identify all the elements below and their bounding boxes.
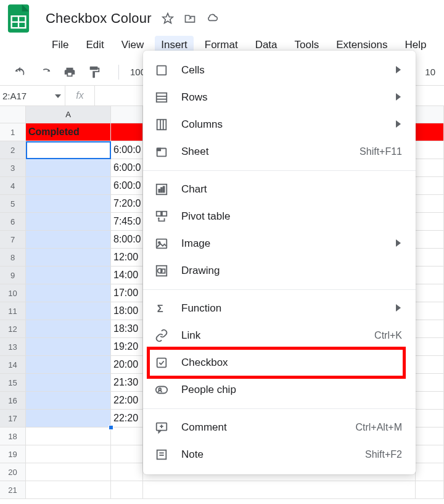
menu-file[interactable]: File [46, 36, 75, 54]
column-header-a[interactable]: A [26, 106, 111, 123]
cell[interactable]: 7:45:0 [111, 213, 143, 231]
cell[interactable] [416, 177, 444, 195]
cell[interactable] [416, 338, 444, 356]
cell[interactable] [26, 374, 111, 392]
cell[interactable] [26, 249, 111, 266]
cell[interactable]: 22:00 [111, 392, 143, 410]
row-header[interactable]: 10 [0, 284, 26, 302]
cell[interactable] [26, 445, 111, 463]
cell[interactable] [416, 302, 444, 320]
redo-button[interactable] [36, 63, 54, 81]
cell[interactable] [416, 141, 444, 159]
cell[interactable] [111, 428, 143, 445]
cell[interactable] [416, 463, 444, 481]
cell[interactable] [111, 123, 143, 141]
cell[interactable] [416, 410, 444, 428]
cell[interactable]: 6:00:0 [111, 141, 143, 159]
column-header-b[interactable] [111, 106, 143, 123]
cell[interactable] [26, 177, 111, 195]
row-header[interactable]: 11 [0, 302, 26, 320]
cell[interactable]: Completed [26, 123, 111, 141]
menu-item-comment[interactable]: CommentCtrl+Alt+M [143, 414, 416, 441]
cell[interactable] [26, 392, 111, 410]
menu-item-cells[interactable]: Cells [143, 57, 416, 84]
cell[interactable] [26, 159, 111, 177]
cell[interactable] [111, 463, 143, 481]
cell[interactable] [111, 445, 143, 463]
row-header[interactable]: 5 [0, 195, 26, 213]
print-button[interactable] [60, 63, 79, 81]
row-header[interactable]: 16 [0, 392, 26, 410]
cell[interactable]: 19:20 [111, 338, 143, 356]
sheets-logo[interactable] [5, 5, 32, 32]
cell[interactable] [416, 195, 444, 213]
row-header[interactable]: 15 [0, 374, 26, 392]
cell[interactable]: 17:00 [111, 284, 143, 302]
cell[interactable] [26, 356, 111, 374]
menu-item-link[interactable]: LinkCtrl+K [143, 322, 416, 349]
undo-button[interactable] [11, 63, 30, 81]
cell[interactable] [26, 320, 111, 338]
menu-la[interactable]: La [438, 36, 444, 54]
menu-edit[interactable]: Edit [80, 36, 110, 54]
cell[interactable] [26, 195, 111, 213]
row-header[interactable]: 13 [0, 338, 26, 356]
cell[interactable] [26, 338, 111, 356]
row-header[interactable]: 14 [0, 356, 26, 374]
menu-item-pivot-table[interactable]: Pivot table [143, 203, 416, 230]
cell[interactable] [26, 213, 111, 231]
cell[interactable] [416, 123, 444, 141]
row-header[interactable]: 20 [0, 463, 26, 481]
cell[interactable] [26, 302, 111, 320]
cell[interactable] [26, 231, 111, 249]
row-header[interactable]: 3 [0, 159, 26, 177]
menu-item-checkbox[interactable]: Checkbox [143, 349, 416, 376]
cell[interactable]: 6:00:0 [111, 159, 143, 177]
cell[interactable] [26, 463, 111, 481]
menu-item-people-chip[interactable]: People chip [143, 376, 416, 403]
cell[interactable]: 8:00:0 [111, 231, 143, 249]
cell[interactable] [26, 410, 111, 428]
cell[interactable]: 18:30 [111, 320, 143, 338]
row-header[interactable]: 21 [0, 481, 26, 499]
cell[interactable] [26, 428, 111, 445]
cell[interactable]: 12:00 [111, 249, 143, 266]
column-header-right[interactable] [416, 106, 444, 123]
fx-label[interactable]: fx [65, 86, 95, 105]
cell[interactable]: 22:20 [111, 410, 143, 428]
paint-format-button[interactable] [85, 63, 104, 81]
menu-item-sheet[interactable]: SheetShift+F11 [143, 138, 416, 165]
selection-handle[interactable] [109, 425, 113, 430]
menu-item-note[interactable]: NoteShift+F2 [143, 441, 416, 468]
cell[interactable]: 6:00:0 [111, 177, 143, 195]
cell[interactable]: 14:00 [111, 266, 143, 284]
row-header[interactable]: 17 [0, 410, 26, 428]
cell[interactable] [416, 374, 444, 392]
cell[interactable] [416, 320, 444, 338]
row-header[interactable]: 12 [0, 320, 26, 338]
row-header[interactable]: 19 [0, 445, 26, 463]
move-icon[interactable] [183, 11, 197, 26]
cell[interactable] [26, 266, 111, 284]
menu-item-image[interactable]: Image [143, 230, 416, 257]
cell[interactable]: 21:30 [111, 374, 143, 392]
cell[interactable] [416, 284, 444, 302]
star-icon[interactable] [160, 11, 175, 26]
row-header[interactable]: 6 [0, 213, 26, 231]
row-header[interactable]: 9 [0, 266, 26, 284]
cloud-status-icon[interactable] [205, 11, 220, 26]
row-header[interactable]: 8 [0, 249, 26, 266]
cell[interactable]: 20:00 [111, 356, 143, 374]
cell[interactable]: 7:20:0 [111, 195, 143, 213]
cell[interactable]: 18:00 [111, 302, 143, 320]
cell[interactable] [416, 266, 444, 284]
cell[interactable] [416, 481, 444, 499]
cell[interactable] [416, 249, 444, 266]
cell[interactable] [416, 231, 444, 249]
menu-item-drawing[interactable]: Drawing [143, 257, 416, 284]
cell[interactable] [416, 392, 444, 410]
cell[interactable] [26, 284, 111, 302]
cell[interactable] [26, 141, 111, 159]
cell[interactable] [416, 428, 444, 445]
menu-item-rows[interactable]: Rows [143, 84, 416, 111]
